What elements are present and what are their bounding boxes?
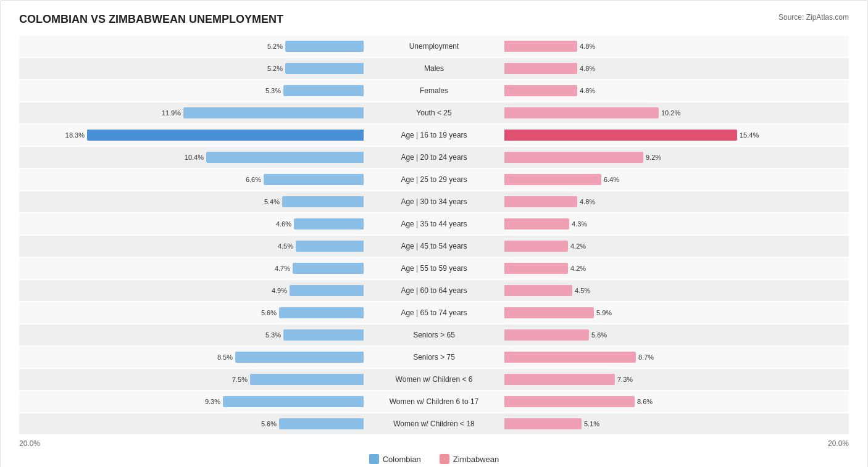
bar-row: 5.4% Age | 30 to 34 years 4.8% [19,191,849,212]
right-group: 6.4% [504,169,849,190]
left-group: 5.3% [19,324,364,345]
val-right: 4.8% [580,65,595,72]
right-side: 5.6% [502,324,849,345]
right-group: 4.8% [504,80,849,101]
right-group: 8.7% [504,347,849,368]
left-side: 4.7% [19,258,366,279]
row-label: Unemployment [366,42,502,51]
bar-pink [504,329,589,341]
val-left: 5.6% [261,309,277,316]
bar-pink [504,374,615,385]
bar-blue [290,285,364,296]
left-group: 10.4% [19,147,364,168]
val-left: 5.4% [264,198,280,205]
right-group: 4.2% [504,258,849,279]
left-side: 4.5% [19,236,366,257]
bar-pink [504,41,577,52]
bar-pink [504,307,594,318]
bar-pink [504,396,635,407]
bar-pink [504,174,601,185]
bar-blue [183,107,364,118]
right-side: 9.2% [502,147,849,168]
bar-blue [250,374,364,385]
bar-row: 6.6% Age | 25 to 29 years 6.4% [19,169,849,190]
right-side: 7.3% [502,369,849,390]
left-side: 5.2% [19,58,366,79]
right-group: 5.1% [504,413,849,434]
right-group: 4.8% [504,36,849,57]
bar-pink [504,63,577,74]
val-right: 10.2% [661,109,680,117]
bar-blue [283,329,364,341]
axis-labels: 20.0% 20.0% [19,439,849,448]
bar-pink [504,85,577,96]
right-side: 6.4% [502,169,849,190]
bar-blue [293,263,364,274]
left-group: 4.7% [19,258,364,279]
bar-blue [296,241,364,252]
row-label: Youth < 25 [366,109,502,117]
right-side: 4.5% [502,280,849,301]
left-side: 5.3% [19,324,366,345]
left-group: 7.5% [19,369,364,390]
bar-row: 18.3% Age | 16 to 19 years 15.4% [19,125,849,146]
left-group: 5.2% [19,36,364,57]
val-right: 4.8% [580,87,595,94]
right-group: 5.6% [504,324,849,345]
bar-blue [206,152,364,163]
right-group: 4.8% [504,58,849,79]
left-group: 9.3% [19,391,364,412]
bar-pink [504,263,568,274]
row-label: Age | 20 to 24 years [366,153,502,162]
val-right: 4.2% [570,265,586,272]
bar-blue [235,352,364,363]
val-right: 5.6% [591,331,607,339]
left-side: 4.9% [19,280,366,301]
bar-blue [282,196,364,207]
right-side: 4.2% [502,258,849,279]
left-side: 10.4% [19,147,366,168]
val-left: 5.3% [265,331,281,339]
left-group: 8.5% [19,347,364,368]
val-right: 7.3% [617,376,633,383]
legend-box-zimbabwean [440,454,449,464]
val-right: 15.4% [740,131,759,139]
right-group: 15.4% [504,125,849,146]
left-group: 4.9% [19,280,364,301]
val-left: 18.3% [65,131,85,139]
val-right: 5.1% [584,420,599,428]
row-label: Women w/ Children 6 to 17 [366,397,502,406]
right-group: 4.8% [504,191,849,212]
axis-left: 20.0% [19,439,40,448]
left-group: 5.6% [19,302,364,323]
right-group: 9.2% [504,147,849,168]
legend-item-zimbabwean: Zimbabwean [440,454,499,464]
bar-pink [504,352,636,363]
row-label: Age | 65 to 74 years [366,308,502,317]
left-group: 18.3% [19,125,364,146]
right-group: 8.6% [504,391,849,412]
val-right: 4.2% [570,242,586,250]
row-label: Seniors > 75 [366,353,502,362]
bar-blue [279,307,364,318]
val-left: 5.2% [267,43,283,50]
right-group: 4.5% [504,280,849,301]
bar-blue [223,396,364,407]
val-left: 4.6% [276,220,291,228]
row-label: Age | 35 to 44 years [366,220,502,228]
val-left: 9.3% [205,398,220,405]
bar-pink [504,285,572,296]
bar-pink [504,418,582,429]
row-label: Age | 16 to 19 years [366,131,502,139]
left-side: 5.3% [19,80,366,101]
val-right: 4.8% [580,198,595,205]
bar-row: 4.5% Age | 45 to 54 years 4.2% [19,236,849,257]
bar-blue [283,85,364,96]
val-right: 4.8% [580,43,595,50]
val-right: 9.2% [646,154,661,161]
left-group: 5.2% [19,58,364,79]
bar-blue [87,130,364,141]
right-group: 5.9% [504,302,849,323]
row-label: Seniors > 65 [366,331,502,339]
left-group: 5.6% [19,413,364,434]
